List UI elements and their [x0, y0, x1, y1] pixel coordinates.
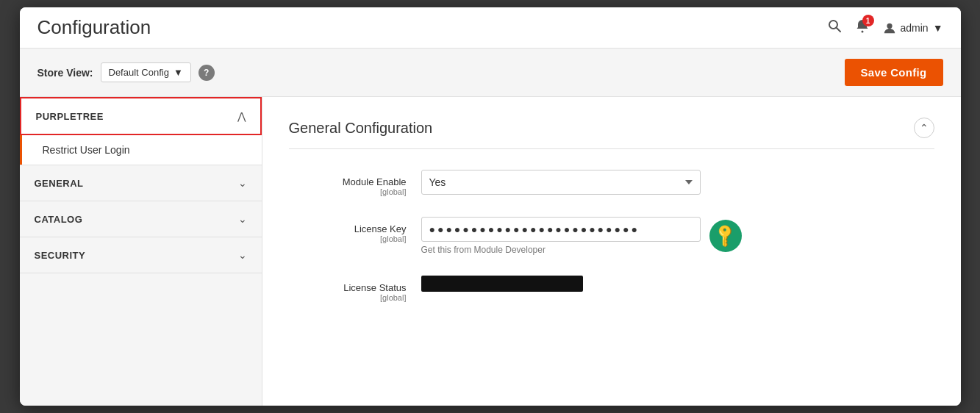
key-icon-button[interactable]: 🔑	[709, 220, 742, 252]
sidebar-section-header-catalog[interactable]: CATALOG ⌄	[20, 201, 262, 237]
store-view-select[interactable]: Default Config ▼	[101, 62, 191, 82]
notification-badge: 1	[862, 15, 874, 26]
sidebar-section-title-security: SECURITY	[35, 250, 86, 261]
search-icon[interactable]	[827, 18, 842, 37]
user-name: admin	[901, 22, 929, 34]
page-title: Configuration	[37, 16, 151, 39]
license-key-input-wrap: Get this from Module Developer 🔑	[421, 217, 934, 255]
help-icon[interactable]: ?	[198, 65, 215, 81]
main-layout: PURPLETREE ⋀ Restrict User Login GENERAL…	[20, 97, 961, 406]
section-header-row: General Configuration ⌃	[289, 118, 934, 149]
security-arrow-icon: ⌄	[238, 249, 247, 261]
store-view-label: Store View:	[37, 67, 93, 79]
sidebar-section-header-purpletree[interactable]: PURPLETREE ⋀	[20, 97, 262, 135]
svg-point-2	[861, 31, 863, 33]
top-actions: 1 admin ▼	[827, 18, 943, 37]
license-status-input-wrap	[421, 276, 934, 292]
license-status-bar	[421, 276, 583, 292]
collapse-button[interactable]: ⌃	[914, 118, 934, 138]
license-key-field: License Key [global] Get this from Modul…	[289, 217, 934, 255]
store-view-value: Default Config	[109, 67, 169, 78]
license-status-label-wrap: License Status [global]	[289, 276, 407, 302]
sidebar-section-title-purpletree: PURPLETREE	[36, 111, 104, 122]
sidebar-section-purpletree: PURPLETREE ⋀ Restrict User Login	[20, 97, 262, 165]
main-window: Configuration 1 admin	[20, 7, 961, 406]
user-menu[interactable]: admin ▼	[883, 21, 943, 35]
module-enable-input-wrap: Yes No	[421, 170, 934, 195]
module-enable-global: [global]	[289, 187, 407, 196]
general-arrow-icon: ⌄	[238, 177, 247, 189]
license-key-label-wrap: License Key [global]	[289, 217, 407, 243]
svg-line-1	[836, 28, 840, 32]
sidebar-section-security: SECURITY ⌄	[20, 237, 262, 273]
save-config-button[interactable]: Save Config	[845, 59, 943, 86]
top-bar: Configuration 1 admin	[20, 7, 961, 49]
module-enable-field: Module Enable [global] Yes No	[289, 170, 934, 196]
module-enable-select[interactable]: Yes No	[421, 170, 701, 195]
sidebar-section-catalog: CATALOG ⌄	[20, 201, 262, 237]
purpletree-arrow-icon: ⋀	[237, 110, 246, 122]
catalog-arrow-icon: ⌄	[238, 213, 247, 225]
module-enable-label: Module Enable	[343, 176, 407, 187]
module-enable-label-wrap: Module Enable [global]	[289, 170, 407, 196]
license-key-global: [global]	[289, 234, 407, 243]
license-key-input[interactable]	[421, 217, 701, 242]
sidebar-item-restrict-user-login[interactable]: Restrict User Login	[20, 135, 262, 165]
sidebar-section-general: GENERAL ⌄	[20, 165, 262, 201]
license-status-global: [global]	[289, 293, 407, 302]
svg-point-3	[887, 23, 892, 28]
user-dropdown-arrow: ▼	[933, 22, 943, 34]
sidebar-section-header-security[interactable]: SECURITY ⌄	[20, 237, 262, 273]
license-status-field: License Status [global]	[289, 276, 934, 302]
general-configuration-title: General Configuration	[289, 120, 433, 137]
content-area: General Configuration ⌃ Module Enable [g…	[262, 97, 961, 406]
key-icon: 🔑	[712, 222, 739, 249]
purpletree-items: Restrict User Login	[20, 135, 262, 165]
store-view-bar: Store View: Default Config ▼ ? Save Conf…	[20, 49, 961, 97]
license-key-label: License Key	[354, 223, 407, 234]
sidebar: PURPLETREE ⋀ Restrict User Login GENERAL…	[20, 97, 262, 406]
sidebar-section-title-general: GENERAL	[35, 178, 84, 189]
license-key-hint: Get this from Module Developer	[421, 245, 701, 255]
store-view-arrow: ▼	[174, 67, 183, 78]
sidebar-section-title-catalog: CATALOG	[35, 214, 83, 225]
sidebar-section-header-general[interactable]: GENERAL ⌄	[20, 165, 262, 201]
store-view-left: Store View: Default Config ▼ ?	[37, 62, 215, 82]
license-status-label: License Status	[343, 282, 406, 293]
bell-icon[interactable]: 1	[855, 18, 870, 37]
license-key-col: Get this from Module Developer	[421, 217, 701, 255]
